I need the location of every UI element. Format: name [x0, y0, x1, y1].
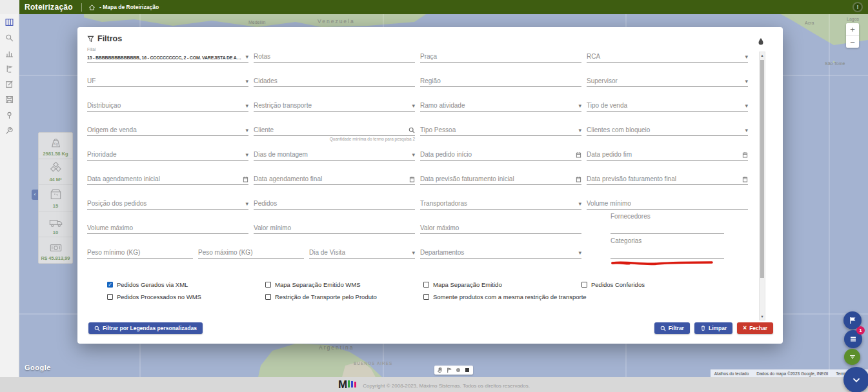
- field-supervisor[interactable]: Supervisor▾: [587, 77, 748, 87]
- dropdown-caret-icon[interactable]: ▾: [412, 152, 415, 158]
- search-icon[interactable]: [409, 127, 415, 133]
- checkbox-icon[interactable]: [423, 282, 429, 288]
- edit-icon[interactable]: [5, 80, 14, 88]
- dropdown-caret-icon[interactable]: ▾: [745, 79, 748, 84]
- field-fornecedores[interactable]: Fornecedores: [587, 213, 748, 234]
- field-data-agendamento-inicial[interactable]: Data agendamento inicial: [87, 175, 248, 185]
- filter-fab-button[interactable]: [844, 349, 860, 365]
- field-posicao-dos-pedidos[interactable]: Posição dos pedidos▾: [87, 200, 248, 210]
- dropdown-caret-icon[interactable]: ▾: [578, 201, 581, 207]
- field-data-previsao-faturamento-final[interactable]: Data previsão faturamento final: [587, 175, 748, 185]
- field-prioridade[interactable]: Prioridade▾: [87, 151, 248, 161]
- field-peso-minimo-kg[interactable]: Peso mínimo (KG): [87, 249, 193, 259]
- dropdown-caret-icon[interactable]: ▾: [578, 128, 581, 133]
- dropdown-caret-icon[interactable]: ▾: [245, 201, 248, 207]
- field-clientes-com-bloqueio[interactable]: Clientes com bloqueio▾: [587, 126, 748, 136]
- field-valor-minimo[interactable]: Valor mínimo: [254, 224, 415, 234]
- dropdown-caret-icon[interactable]: ▾: [578, 103, 581, 109]
- close-button[interactable]: × Fechar: [737, 322, 773, 334]
- view-module-icon[interactable]: [5, 18, 14, 26]
- dropdown-caret-icon[interactable]: ▾: [412, 250, 415, 256]
- field-transportadoras[interactable]: Transportadoras▾: [420, 200, 581, 210]
- field-cliente[interactable]: ClienteQuantidade mínima do termo para p…: [254, 126, 415, 136]
- flag-icon[interactable]: [5, 64, 14, 73]
- dropdown-caret-icon[interactable]: ▾: [412, 103, 415, 109]
- field-valor-maximo[interactable]: Valor máximo: [420, 224, 581, 234]
- field-tipo-pessoa[interactable]: Tipo Pessoa▾: [420, 126, 581, 136]
- marker-tool-icon[interactable]: [446, 367, 452, 373]
- clear-button[interactable]: Limpar: [694, 322, 732, 334]
- field-praca[interactable]: Praça: [420, 53, 581, 63]
- square-tool-icon[interactable]: [464, 367, 470, 373]
- field-rca[interactable]: RCA▾: [587, 53, 748, 63]
- dropdown-caret-icon[interactable]: ▾: [245, 103, 248, 109]
- checkbox-item[interactable]: Pedidos Conferidos: [581, 281, 746, 288]
- checkbox-item[interactable]: Mapa Separação Emitido: [423, 281, 581, 288]
- checkbox-icon[interactable]: [107, 294, 113, 300]
- circle-tool-icon[interactable]: [455, 367, 461, 373]
- dropdown-caret-icon[interactable]: ▾: [245, 54, 248, 60]
- dropdown-caret-icon[interactable]: ▾: [245, 152, 248, 158]
- field-dias-de-montagem[interactable]: Dias de montagem▾: [254, 151, 415, 161]
- field-categorias[interactable]: Categorias: [587, 237, 748, 259]
- calendar-icon[interactable]: [576, 176, 581, 182]
- field-distribuicao[interactable]: Distribuiçao▾: [87, 102, 248, 112]
- calendar-icon[interactable]: [742, 152, 748, 158]
- hand-tool-icon[interactable]: [437, 367, 443, 373]
- bar-chart-icon[interactable]: [5, 49, 14, 57]
- field-tipo-de-venda[interactable]: Tipo de venda▾: [587, 102, 748, 112]
- checkbox-item[interactable]: ✓Pedidos Gerados via XML: [107, 281, 265, 288]
- scroll-down-icon[interactable]: ▼: [760, 313, 765, 320]
- home-icon[interactable]: [88, 4, 96, 11]
- dropdown-caret-icon[interactable]: ▾: [245, 79, 248, 84]
- dropdown-caret-icon[interactable]: ▾: [745, 103, 748, 109]
- dropdown-caret-icon[interactable]: ▾: [245, 128, 248, 133]
- field-volume-minimo[interactable]: Volume mínimo: [587, 200, 748, 210]
- checkbox-item[interactable]: Pedidos Processados no WMS: [107, 293, 265, 300]
- scroll-up-icon[interactable]: ▲: [760, 52, 765, 59]
- field-restricao-transporte[interactable]: Restrição transporte▾: [254, 102, 415, 112]
- calendar-icon[interactable]: [409, 176, 415, 182]
- filter-by-legends-button[interactable]: Filtrar por Legendas personalizadas: [88, 322, 203, 334]
- checkbox-icon[interactable]: [581, 282, 587, 288]
- field-ramo-atividade[interactable]: Ramo atividade▾: [420, 102, 581, 112]
- field-filial[interactable]: Filial15 - BBBBBBBBBBBBBB, 16 - CCCCCCCC…: [87, 47, 248, 63]
- zoom-in-button[interactable]: +: [846, 23, 859, 35]
- search-icon[interactable]: [5, 34, 14, 42]
- field-departamentos[interactable]: Departamentos▾: [420, 249, 581, 259]
- place-icon[interactable]: [5, 111, 14, 119]
- field-data-agendamento-final[interactable]: Data agendamento final: [254, 175, 415, 185]
- field-data-pedido-inicio[interactable]: Data pedido início: [420, 151, 581, 161]
- field-cidades[interactable]: Cidades: [254, 77, 415, 87]
- field-pedidos[interactable]: Pedidos: [254, 200, 415, 210]
- field-data-pedido-fim[interactable]: Data pedido fim: [587, 151, 748, 161]
- field-dia-de-visita[interactable]: Dia de Visita▾: [309, 249, 415, 259]
- scrollbar-thumb[interactable]: [760, 60, 764, 278]
- calendar-icon[interactable]: [243, 176, 248, 182]
- dropdown-caret-icon[interactable]: ▾: [745, 54, 748, 60]
- checkbox-item[interactable]: Somente produtos com a mesma restrição d…: [423, 293, 581, 300]
- zoom-out-button[interactable]: −: [846, 35, 859, 48]
- field-origem-de-venda[interactable]: Origem de venda▾: [87, 126, 248, 136]
- dropdown-caret-icon[interactable]: ▾: [578, 250, 581, 256]
- notification-icon[interactable]: !: [853, 2, 863, 12]
- field-volume-maximo[interactable]: Volume máximo: [87, 224, 248, 234]
- modal-scrollbar[interactable]: ▲ ▼: [759, 52, 765, 320]
- checkbox-icon[interactable]: [265, 294, 271, 300]
- checkbox-checked-icon[interactable]: ✓: [107, 282, 113, 288]
- field-uf[interactable]: UF▾: [87, 77, 248, 87]
- wrench-icon[interactable]: [5, 126, 14, 135]
- checkbox-item[interactable]: Restrição de Transporte pelo Produto: [265, 293, 423, 300]
- calendar-icon[interactable]: [576, 152, 581, 158]
- checkbox-item[interactable]: Mapa Separação Emitido WMS: [265, 281, 423, 288]
- dropdown-caret-icon[interactable]: ▾: [745, 128, 748, 133]
- field-peso-maximo-kg[interactable]: Peso máximo (KG): [198, 249, 304, 259]
- collapse-fab-button[interactable]: [843, 367, 868, 392]
- keyboard-shortcuts-link[interactable]: Atalhos do teclado: [714, 371, 749, 376]
- paint-drop-icon[interactable]: [758, 37, 764, 45]
- checkbox-icon[interactable]: [423, 294, 429, 300]
- field-rotas[interactable]: Rotas: [254, 53, 415, 63]
- field-regiao[interactable]: Região: [420, 77, 581, 87]
- field-data-previsao-faturamento-inicial[interactable]: Data previsão faturamento inicial: [420, 175, 581, 185]
- checkbox-icon[interactable]: [265, 282, 271, 288]
